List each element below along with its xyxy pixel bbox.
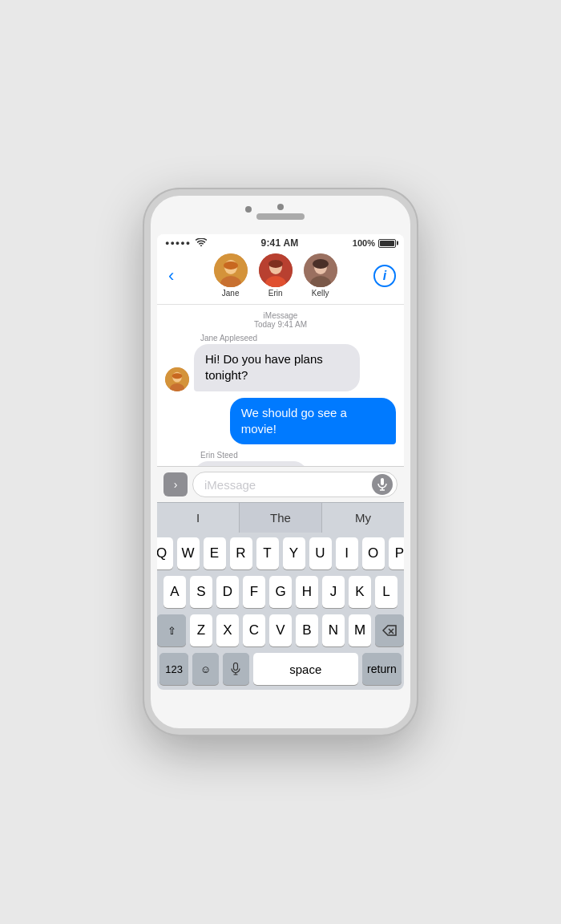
timestamp-label: iMessage Today 9:41 AM	[165, 311, 396, 329]
key-N[interactable]: N	[322, 614, 345, 646]
message-row-sent: We should go see a movie!	[165, 398, 396, 445]
svg-point-3	[224, 261, 238, 270]
volume-down-btn	[144, 332, 146, 355]
autocomplete-The[interactable]: The	[240, 503, 322, 533]
speaker	[256, 213, 305, 220]
keyboard: Q W E R T Y U I O P A S D F G H J K	[157, 533, 404, 690]
input-bar: › iMessage	[157, 466, 404, 502]
key-D[interactable]: D	[216, 576, 239, 608]
key-W[interactable]: W	[177, 537, 200, 569]
sender-label-erin: Erin Steed	[200, 451, 396, 460]
power-btn	[415, 324, 417, 364]
key-V[interactable]: V	[269, 614, 292, 646]
wifi-icon	[196, 238, 207, 248]
keyboard-row-2: A S D F G H J K L	[159, 576, 402, 608]
message-input-field[interactable]: iMessage	[192, 472, 398, 497]
input-wrapper: iMessage	[192, 472, 398, 497]
svg-rect-20	[381, 478, 384, 485]
phone-frame: ●●●●● 9:41 AM 100% ‹	[144, 189, 417, 735]
volume-up-btn	[144, 300, 146, 322]
back-button[interactable]: ‹	[165, 265, 177, 286]
contact-name-kelly: Kelly	[312, 289, 329, 298]
input-placeholder: iMessage	[204, 478, 256, 492]
key-F[interactable]: F	[243, 576, 265, 608]
key-return[interactable]: return	[362, 653, 402, 685]
key-O[interactable]: O	[362, 537, 385, 569]
keyboard-row-3: ⇧ Z X C V B N M	[159, 614, 402, 646]
svg-point-7	[268, 260, 283, 268]
key-space[interactable]: space	[253, 653, 358, 685]
avatar-erin	[259, 253, 293, 287]
key-R[interactable]: R	[230, 537, 252, 569]
key-B[interactable]: B	[296, 614, 318, 646]
contacts-group: Jane Erin	[214, 253, 337, 298]
key-G[interactable]: G	[269, 576, 292, 608]
key-S[interactable]: S	[190, 576, 212, 608]
key-M[interactable]: M	[349, 614, 371, 646]
key-123[interactable]: 123	[159, 653, 188, 685]
contact-jane[interactable]: Jane	[214, 253, 248, 298]
svg-rect-25	[234, 663, 238, 671]
key-Q[interactable]: Q	[157, 537, 173, 569]
nav-bar: ‹ Jane	[157, 250, 404, 305]
key-H[interactable]: H	[296, 576, 318, 608]
key-P[interactable]: P	[389, 537, 405, 569]
status-left: ●●●●●	[165, 238, 207, 248]
message-row-jane: Hi! Do you have plans tonight?	[165, 344, 396, 391]
keyboard-row-1: Q W E R T Y U I O P	[159, 537, 402, 569]
key-shift[interactable]: ⇧	[157, 614, 186, 646]
contact-name-erin: Erin	[268, 289, 283, 298]
contact-erin[interactable]: Erin	[259, 253, 293, 298]
key-mic[interactable]	[223, 653, 249, 685]
key-T[interactable]: T	[256, 537, 279, 569]
avatar-kelly	[304, 253, 337, 287]
key-X[interactable]: X	[216, 614, 239, 646]
battery-icon	[378, 239, 396, 248]
key-E[interactable]: E	[204, 537, 226, 569]
info-button[interactable]: i	[373, 265, 396, 287]
expand-button[interactable]: ›	[163, 472, 188, 496]
key-Z[interactable]: Z	[190, 614, 212, 646]
contact-name-jane: Jane	[222, 289, 240, 298]
autocomplete-bar: I The My	[157, 502, 404, 533]
autocomplete-My[interactable]: My	[322, 503, 404, 533]
avatar-jane	[214, 253, 248, 287]
camera	[245, 206, 252, 213]
messages-area: iMessage Today 9:41 AM Jane Appleseed Hi…	[157, 305, 404, 466]
key-J[interactable]: J	[322, 576, 345, 608]
signal-bars: ●●●●●	[165, 239, 191, 247]
battery-percent: 100%	[353, 238, 375, 248]
key-Y[interactable]: Y	[283, 537, 305, 569]
key-I[interactable]: I	[336, 537, 358, 569]
key-backspace[interactable]	[375, 614, 404, 646]
sender-label-jane: Jane Appleseed	[200, 334, 396, 342]
contact-kelly[interactable]: Kelly	[304, 253, 337, 298]
bubble-sent: We should go see a movie!	[230, 398, 396, 445]
svg-point-11	[313, 259, 329, 269]
key-C[interactable]: C	[243, 614, 265, 646]
autocomplete-I[interactable]: I	[157, 503, 240, 533]
bubble-jane: Hi! Do you have plans tonight?	[194, 344, 360, 391]
status-time: 9:41 AM	[261, 237, 299, 249]
key-A[interactable]: A	[163, 576, 186, 608]
status-bar: ●●●●● 9:41 AM 100%	[157, 234, 404, 250]
message-avatar-jane	[165, 367, 189, 391]
key-emoji[interactable]: ☺	[192, 653, 219, 685]
status-right: 100%	[353, 238, 396, 248]
key-K[interactable]: K	[349, 576, 371, 608]
mic-button-input[interactable]	[372, 474, 393, 495]
keyboard-row-bottom: 123 ☺ space return	[159, 653, 402, 685]
key-L[interactable]: L	[375, 576, 398, 608]
svg-point-15	[172, 373, 183, 379]
phone-screen: ●●●●● 9:41 AM 100% ‹	[157, 234, 404, 690]
key-U[interactable]: U	[309, 537, 332, 569]
